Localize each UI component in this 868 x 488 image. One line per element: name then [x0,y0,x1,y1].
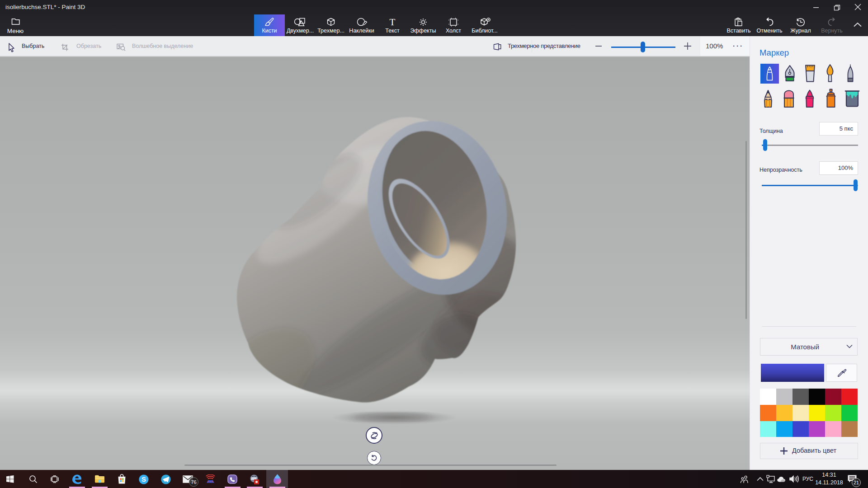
svg-text:S: S [142,475,146,483]
